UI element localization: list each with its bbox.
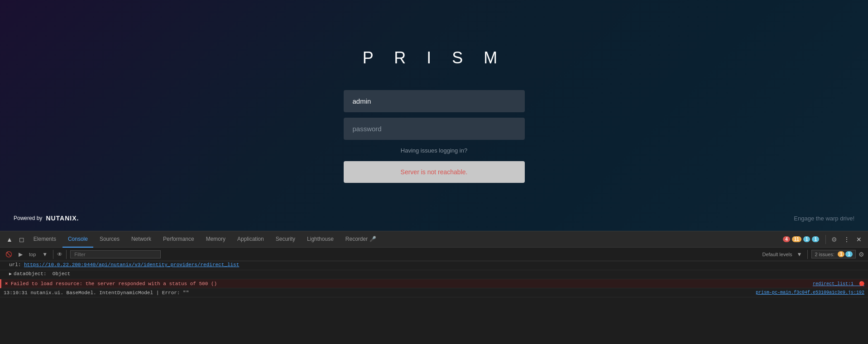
brand-logo: NUTANIX. (46, 215, 79, 222)
console-url-text: url: https://10.0.22.200:9440/api/nutani… (9, 262, 864, 268)
issues-badge: 2 issues: 1 1 (811, 250, 856, 258)
clear-console-icon[interactable]: 🚫 (4, 250, 14, 258)
console-row-url: url: https://10.0.22.200:9440/api/nutani… (0, 261, 868, 270)
inspect-element-icon[interactable]: ▲ (4, 234, 15, 245)
console-row-info: 13:10:31 nutanix.ui. BaseModel. IntentDy… (0, 288, 868, 297)
warning-count-badge: 11 (792, 236, 801, 242)
console-error-source[interactable]: redirect_list:1 🔴 (813, 281, 864, 287)
login-hint: Having issues logging in? (401, 147, 467, 154)
levels-dropdown-icon[interactable]: ▼ (795, 250, 804, 258)
expand-triangle-icon[interactable]: ▶ (9, 271, 12, 277)
engage-text: Engage the warp drive! (794, 215, 854, 222)
console-filter-input[interactable] (70, 250, 161, 258)
console-output: url: https://10.0.22.200:9440/api/nutani… (0, 261, 868, 344)
tab-recorder[interactable]: Recorder 🎤 (340, 231, 382, 248)
toolbar-separator-1 (825, 235, 826, 244)
tab-security[interactable]: Security (270, 231, 301, 248)
info-count-badge1: 1 (803, 236, 810, 242)
tab-performance[interactable]: Performance (158, 231, 200, 248)
default-levels-label: Default levels (762, 252, 792, 257)
tab-application[interactable]: Application (232, 231, 269, 248)
console-row-error: ✖ Failed to load resource: the server re… (0, 279, 868, 288)
console-gear-icon[interactable]: ⚙ (858, 251, 864, 258)
console-toolbar: 🚫 ▶ top ▼ 👁 Default levels ▼ 2 issues: 1… (0, 248, 868, 261)
login-button[interactable]: Server is not reachable. (344, 161, 525, 183)
console-settings-icon[interactable]: ▶ (17, 250, 24, 258)
console-toolbar-divider1 (53, 250, 53, 259)
close-devtools-icon[interactable]: ✕ (854, 234, 864, 245)
login-form: Having issues logging in? Server is not … (344, 90, 525, 183)
console-url-link[interactable]: https://10.0.22.200:9440/api/nutanix/v3/… (24, 262, 239, 268)
powered-by-label: Powered by (14, 215, 42, 221)
devtools-panel: ▲ ◻ Elements Console Sources Network Per… (0, 231, 868, 344)
app-title: P R I S M (363, 48, 505, 67)
tab-network[interactable]: Network (126, 231, 157, 248)
eye-icon[interactable]: 👁 (57, 251, 62, 258)
info-count-badge2: 1 (812, 236, 819, 242)
console-info-text: 13:10:31 nutanix.ui. BaseModel. IntentDy… (4, 290, 756, 296)
error-icon: ✖ (5, 281, 8, 287)
tab-sources[interactable]: Sources (94, 231, 125, 248)
username-input[interactable] (344, 90, 525, 112)
password-input[interactable] (344, 118, 525, 140)
console-toolbar-divider3 (807, 250, 808, 259)
error-count-badge: 4 (783, 236, 790, 242)
settings-icon[interactable]: ⚙ (829, 234, 840, 245)
issues-info-badge: 1 (845, 251, 853, 257)
error-badge-group: 4 11 1 1 (783, 236, 819, 242)
console-error-text: Failed to load resource: the server resp… (11, 281, 813, 287)
powered-by-section: Powered by NUTANIX. (14, 215, 79, 222)
context-dropdown-icon[interactable]: ▼ (40, 250, 49, 258)
console-toolbar-divider2 (66, 250, 67, 259)
console-info-source[interactable]: prism-pc-main.f3c04f.e53109a1c3e9.js:192 (756, 290, 864, 295)
issues-warning-badge: 1 (838, 251, 845, 257)
tab-elements[interactable]: Elements (28, 231, 62, 248)
tab-memory[interactable]: Memory (201, 231, 231, 248)
main-app-area: P R I S M Having issues logging in? Serv… (0, 0, 868, 231)
more-options-icon[interactable]: ⋮ (841, 234, 853, 245)
device-toolbar-icon[interactable]: ◻ (16, 234, 27, 245)
tab-lighthouse[interactable]: Lighthouse (302, 231, 339, 248)
devtools-tabbar: ▲ ◻ Elements Console Sources Network Per… (0, 231, 868, 248)
context-selector: top (27, 252, 38, 257)
console-dataobject-text: dataObject: Object (14, 271, 864, 277)
console-row-dataobject: ▶ dataObject: Object (0, 270, 868, 279)
tab-console[interactable]: Console (62, 231, 93, 248)
